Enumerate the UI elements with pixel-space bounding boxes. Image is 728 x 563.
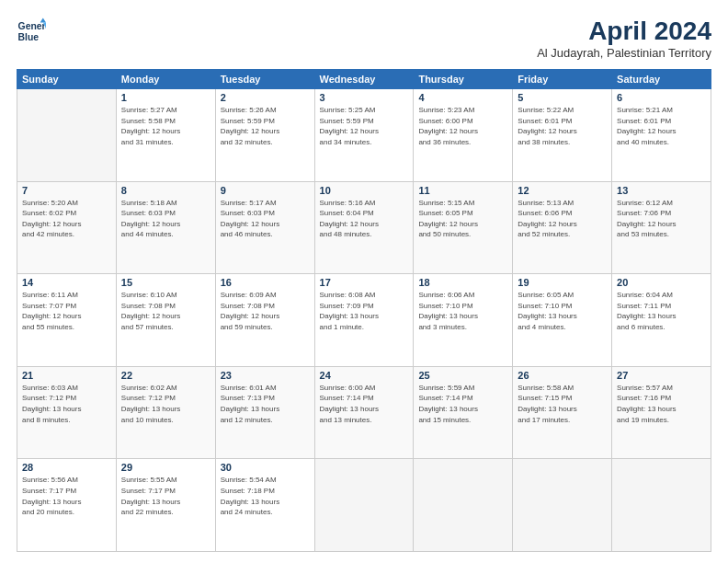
calendar-day-cell: 11Sunrise: 5:15 AM Sunset: 6:05 PM Dayli… [414, 181, 513, 274]
day-info: Sunrise: 6:04 AM Sunset: 7:11 PM Dayligh… [617, 290, 706, 332]
calendar-header-row: Sunday Monday Tuesday Wednesday Thursday… [17, 70, 711, 89]
calendar-week-row: 1Sunrise: 5:27 AM Sunset: 5:58 PM Daylig… [17, 89, 711, 182]
day-info: Sunrise: 6:06 AM Sunset: 7:10 PM Dayligh… [418, 290, 507, 332]
calendar-day-cell: 25Sunrise: 5:59 AM Sunset: 7:14 PM Dayli… [414, 366, 513, 459]
calendar-week-row: 28Sunrise: 5:56 AM Sunset: 7:17 PM Dayli… [17, 459, 711, 552]
calendar-week-row: 14Sunrise: 6:11 AM Sunset: 7:07 PM Dayli… [17, 274, 711, 367]
day-info: Sunrise: 6:05 AM Sunset: 7:10 PM Dayligh… [518, 290, 607, 332]
day-number: 2 [221, 92, 310, 103]
logo: General Blue [17, 17, 46, 46]
day-number: 15 [121, 277, 210, 288]
day-number: 7 [22, 185, 111, 196]
calendar-day-cell: 2Sunrise: 5:26 AM Sunset: 5:59 PM Daylig… [215, 89, 314, 182]
calendar-day-cell [17, 89, 117, 182]
day-info: Sunrise: 5:58 AM Sunset: 7:15 PM Dayligh… [518, 383, 607, 425]
day-number: 4 [418, 92, 507, 103]
day-info: Sunrise: 5:21 AM Sunset: 6:01 PM Dayligh… [617, 105, 706, 147]
day-info: Sunrise: 6:10 AM Sunset: 7:08 PM Dayligh… [121, 290, 210, 332]
calendar-day-cell: 3Sunrise: 5:25 AM Sunset: 5:59 PM Daylig… [314, 89, 414, 182]
day-number: 26 [518, 370, 607, 381]
day-info: Sunrise: 5:16 AM Sunset: 6:04 PM Dayligh… [320, 198, 409, 240]
calendar-day-cell: 21Sunrise: 6:03 AM Sunset: 7:12 PM Dayli… [17, 366, 117, 459]
calendar-day-cell: 27Sunrise: 5:57 AM Sunset: 7:16 PM Dayli… [612, 366, 711, 459]
day-number: 24 [320, 370, 409, 381]
svg-text:General: General [18, 21, 46, 31]
calendar-day-cell [314, 459, 414, 552]
header-sunday: Sunday [17, 70, 117, 89]
day-number: 17 [320, 277, 409, 288]
calendar-day-cell: 15Sunrise: 6:10 AM Sunset: 7:08 PM Dayli… [116, 274, 215, 367]
calendar-day-cell: 28Sunrise: 5:56 AM Sunset: 7:17 PM Dayli… [17, 459, 117, 552]
day-number: 28 [22, 462, 111, 473]
day-number: 9 [221, 185, 310, 196]
day-info: Sunrise: 6:00 AM Sunset: 7:14 PM Dayligh… [320, 383, 409, 425]
day-number: 6 [617, 92, 706, 103]
calendar-day-cell: 24Sunrise: 6:00 AM Sunset: 7:14 PM Dayli… [314, 366, 414, 459]
day-info: Sunrise: 5:26 AM Sunset: 5:59 PM Dayligh… [221, 105, 310, 147]
day-info: Sunrise: 6:12 AM Sunset: 7:06 PM Dayligh… [617, 198, 706, 240]
day-info: Sunrise: 6:09 AM Sunset: 7:08 PM Dayligh… [221, 290, 310, 332]
header-friday: Friday [513, 70, 612, 89]
calendar-day-cell [414, 459, 513, 552]
day-info: Sunrise: 5:20 AM Sunset: 6:02 PM Dayligh… [22, 198, 111, 240]
day-info: Sunrise: 5:23 AM Sunset: 6:00 PM Dayligh… [418, 105, 507, 147]
calendar-day-cell: 14Sunrise: 6:11 AM Sunset: 7:07 PM Dayli… [17, 274, 117, 367]
calendar-day-cell: 8Sunrise: 5:18 AM Sunset: 6:03 PM Daylig… [116, 181, 215, 274]
day-info: Sunrise: 6:11 AM Sunset: 7:07 PM Dayligh… [22, 290, 111, 332]
calendar-day-cell [612, 459, 711, 552]
logo-icon: General Blue [17, 17, 46, 46]
calendar-day-cell: 9Sunrise: 5:17 AM Sunset: 6:03 PM Daylig… [215, 181, 314, 274]
day-number: 30 [221, 462, 310, 473]
day-number: 27 [617, 370, 706, 381]
day-info: Sunrise: 5:56 AM Sunset: 7:17 PM Dayligh… [22, 475, 111, 517]
day-info: Sunrise: 5:59 AM Sunset: 7:14 PM Dayligh… [418, 383, 507, 425]
header-monday: Monday [116, 70, 215, 89]
day-info: Sunrise: 6:02 AM Sunset: 7:12 PM Dayligh… [121, 383, 210, 425]
day-info: Sunrise: 6:01 AM Sunset: 7:13 PM Dayligh… [221, 383, 310, 425]
calendar-day-cell: 13Sunrise: 6:12 AM Sunset: 7:06 PM Dayli… [612, 181, 711, 274]
calendar-day-cell: 7Sunrise: 5:20 AM Sunset: 6:02 PM Daylig… [17, 181, 117, 274]
calendar-day-cell: 22Sunrise: 6:02 AM Sunset: 7:12 PM Dayli… [116, 366, 215, 459]
day-number: 11 [418, 185, 507, 196]
day-number: 22 [121, 370, 210, 381]
calendar-day-cell: 17Sunrise: 6:08 AM Sunset: 7:09 PM Dayli… [314, 274, 414, 367]
day-info: Sunrise: 5:55 AM Sunset: 7:17 PM Dayligh… [121, 475, 210, 517]
calendar-day-cell: 19Sunrise: 6:05 AM Sunset: 7:10 PM Dayli… [513, 274, 612, 367]
day-number: 5 [518, 92, 607, 103]
day-number: 18 [418, 277, 507, 288]
day-info: Sunrise: 5:22 AM Sunset: 6:01 PM Dayligh… [518, 105, 607, 147]
calendar-day-cell: 4Sunrise: 5:23 AM Sunset: 6:00 PM Daylig… [414, 89, 513, 182]
header-saturday: Saturday [612, 70, 711, 89]
calendar-day-cell: 16Sunrise: 6:09 AM Sunset: 7:08 PM Dayli… [215, 274, 314, 367]
svg-marker-2 [40, 18, 46, 23]
day-number: 23 [221, 370, 310, 381]
day-number: 12 [518, 185, 607, 196]
calendar-day-cell: 1Sunrise: 5:27 AM Sunset: 5:58 PM Daylig… [116, 89, 215, 182]
day-info: Sunrise: 5:54 AM Sunset: 7:18 PM Dayligh… [221, 475, 310, 517]
calendar-day-cell: 20Sunrise: 6:04 AM Sunset: 7:11 PM Dayli… [612, 274, 711, 367]
calendar-day-cell: 23Sunrise: 6:01 AM Sunset: 7:13 PM Dayli… [215, 366, 314, 459]
day-info: Sunrise: 5:27 AM Sunset: 5:58 PM Dayligh… [121, 105, 210, 147]
day-info: Sunrise: 5:17 AM Sunset: 6:03 PM Dayligh… [221, 198, 310, 240]
day-info: Sunrise: 5:15 AM Sunset: 6:05 PM Dayligh… [418, 198, 507, 240]
calendar-day-cell: 12Sunrise: 5:13 AM Sunset: 6:06 PM Dayli… [513, 181, 612, 274]
day-number: 14 [22, 277, 111, 288]
day-info: Sunrise: 6:03 AM Sunset: 7:12 PM Dayligh… [22, 383, 111, 425]
day-number: 1 [121, 92, 210, 103]
day-number: 13 [617, 185, 706, 196]
calendar-day-cell: 30Sunrise: 5:54 AM Sunset: 7:18 PM Dayli… [215, 459, 314, 552]
calendar-day-cell: 29Sunrise: 5:55 AM Sunset: 7:17 PM Dayli… [116, 459, 215, 552]
day-number: 25 [418, 370, 507, 381]
header-tuesday: Tuesday [215, 70, 314, 89]
header-thursday: Thursday [414, 70, 513, 89]
day-number: 3 [320, 92, 409, 103]
title-block: April 2024 Al Judayrah, Palestinian Terr… [537, 17, 711, 60]
day-number: 21 [22, 370, 111, 381]
day-number: 29 [121, 462, 210, 473]
location-subtitle: Al Judayrah, Palestinian Territory [537, 46, 711, 60]
day-info: Sunrise: 5:13 AM Sunset: 6:06 PM Dayligh… [518, 198, 607, 240]
page-header: General Blue April 2024 Al Judayrah, Pal… [17, 17, 711, 60]
calendar-week-row: 7Sunrise: 5:20 AM Sunset: 6:02 PM Daylig… [17, 181, 711, 274]
calendar-day-cell [513, 459, 612, 552]
day-number: 20 [617, 277, 706, 288]
